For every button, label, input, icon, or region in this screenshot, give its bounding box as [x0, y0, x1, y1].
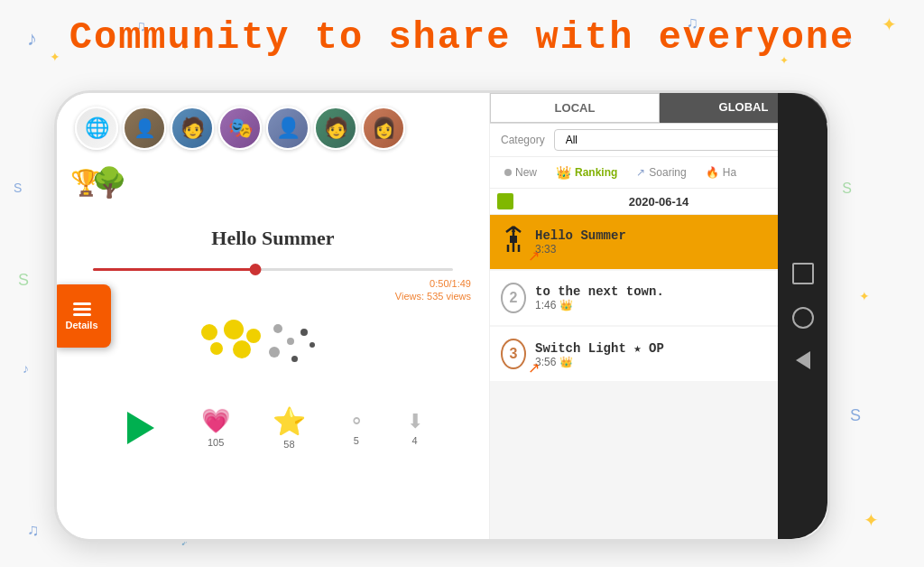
date-bar: 2020-06-14 [490, 189, 827, 215]
nav-back-icon[interactable] [796, 351, 810, 369]
download-count: 4 [412, 435, 418, 446]
phone-left-buttons [54, 165, 55, 301]
play-icon [127, 412, 154, 444]
rank-3-trend-icon: ↗ [528, 359, 540, 376]
tab-bar: LOCAL GLOBAL [490, 93, 827, 124]
dot-yellow-2 [224, 320, 244, 339]
play-control[interactable] [123, 410, 159, 446]
filter-new[interactable]: New [497, 163, 544, 181]
rank-3-duration: 3:56 👑 [535, 356, 772, 368]
phone-nav-bar [778, 93, 827, 539]
trophy-area: 🏆 🌳 [75, 163, 129, 218]
progress-thumb [249, 264, 261, 275]
nav-circle-icon[interactable] [792, 307, 814, 329]
avatar-0[interactable]: 🌐 [75, 107, 118, 150]
heart-icon: 💗 [201, 407, 230, 435]
details-line-1 [73, 302, 91, 305]
rank-info-3: Switch Light ★ OP 3:56 👑 [535, 340, 772, 368]
like-control[interactable]: 💗 105 [201, 407, 230, 448]
filter-new-label: New [515, 166, 537, 179]
rank-info-1: Hello Summer 3:33 [535, 228, 772, 256]
dot-dark-1 [300, 329, 308, 336]
music-player-panel: 🌐 👤 🧑 🎭 👤 🧑 👩 [57, 93, 490, 539]
svg-text:2: 2 [510, 290, 518, 305]
ranking-crown-icon: 👑 [556, 165, 571, 180]
rank-1-trend-icon: ↗ [528, 247, 540, 265]
filter-soaring[interactable]: ↗ Soaring [629, 163, 693, 181]
rank-item-3[interactable]: 3 Switch Light ★ OP 3:56 👑 👤 ↗ [490, 327, 827, 381]
page-title: Community to share with everyone [0, 16, 924, 60]
views-display: Views: 535 views [75, 291, 471, 302]
filter-ranking[interactable]: 👑 Ranking [549, 163, 624, 182]
filter-hot[interactable]: 🔥 Ha [698, 163, 744, 181]
progress-section[interactable] [75, 268, 471, 271]
dot-dark-3 [291, 356, 298, 362]
details-line-2 [73, 308, 91, 311]
category-label: Category [501, 134, 545, 146]
share-icon: ⚬ [348, 410, 365, 433]
ranking-panel: LOCAL GLOBAL Category All New 👑 Ranking … [490, 93, 827, 539]
dot-gray-2 [287, 338, 294, 345]
rank-1-duration: 3:33 [535, 243, 772, 256]
star-control[interactable]: ⭐ 58 [273, 405, 306, 450]
new-dot [504, 169, 512, 176]
details-line-3 [73, 313, 91, 316]
phone-device: 🌐 👤 🧑 🎭 👤 🧑 👩 [54, 90, 830, 542]
avatar-3[interactable]: 🎭 [218, 107, 262, 150]
download-icon: ⬇ [407, 410, 423, 433]
phone-right-button [829, 183, 830, 237]
dot-yellow-5 [233, 340, 251, 358]
date-green-box-left [497, 193, 513, 209]
controls-row: 💗 105 ⭐ 58 ⚬ 5 ⬇ 4 [75, 405, 471, 450]
rank-2-duration: 1:46 👑 [535, 299, 772, 311]
dot-dark-2 [310, 342, 315, 348]
download-control[interactable]: ⬇ 4 [407, 410, 423, 446]
tab-local[interactable]: LOCAL [490, 93, 660, 123]
dot-yellow-1 [201, 324, 217, 340]
svg-text:3: 3 [510, 346, 518, 361]
dot-yellow-4 [210, 342, 223, 355]
avatar-4[interactable]: 👤 [266, 107, 310, 150]
hot-icon: 🔥 [706, 166, 719, 179]
details-icon [73, 302, 91, 316]
rank-2-icon: 2 [499, 281, 528, 315]
rank-3-icon: 3 [499, 337, 528, 371]
star-count: 58 [283, 439, 294, 450]
avatar-2[interactable]: 🧑 [171, 107, 214, 150]
rank-1-icon [499, 225, 528, 259]
rank-item-2[interactable]: 2 to the next town. 1:46 👑 🧑 [490, 271, 827, 325]
rank-2-title: to the next town. [535, 284, 772, 299]
like-count: 105 [208, 437, 224, 448]
avatar-1[interactable]: 👤 [123, 107, 166, 150]
progress-track[interactable] [93, 268, 453, 271]
nav-square-icon[interactable] [792, 263, 814, 284]
song-title: Hello Summer [75, 227, 471, 250]
filter-hot-label: Ha [723, 166, 736, 179]
avatar-5[interactable]: 🧑 [314, 107, 357, 150]
rank-badge-1 [499, 225, 528, 259]
date-text: 2020-06-14 [518, 195, 799, 209]
reactions-visual [93, 315, 453, 396]
rank-2-crown-icon: 👑 [559, 299, 573, 311]
filter-ranking-label: Ranking [575, 166, 617, 179]
avatar-row: 🌐 👤 🧑 🎭 👤 🧑 👩 [75, 107, 471, 150]
rank-3-title: Switch Light ★ OP [535, 340, 772, 356]
details-label: Details [65, 320, 97, 330]
share-count: 5 [354, 435, 359, 446]
play-button[interactable] [123, 410, 159, 446]
share-control[interactable]: ⚬ 5 [348, 410, 365, 446]
dot-yellow-3 [246, 329, 261, 343]
category-row: Category All [490, 124, 827, 157]
phone-button-3 [54, 256, 55, 301]
avatar-6[interactable]: 👩 [362, 107, 405, 150]
details-button[interactable]: Details [54, 284, 111, 348]
rank-badge-3: 3 [499, 337, 528, 371]
star-icon: ⭐ [273, 405, 306, 437]
dot-gray-1 [273, 324, 282, 333]
dot-gray-3 [269, 347, 280, 358]
progress-fill [93, 268, 255, 271]
rank-3-crown-icon: 👑 [559, 356, 573, 368]
time-display: 0:50/1:49 [75, 278, 471, 289]
filter-tabs: New 👑 Ranking ↗ Soaring 🔥 Ha [490, 157, 827, 189]
rank-item-1[interactable]: Hello Summer 3:33 👩 ↗ [490, 215, 827, 269]
